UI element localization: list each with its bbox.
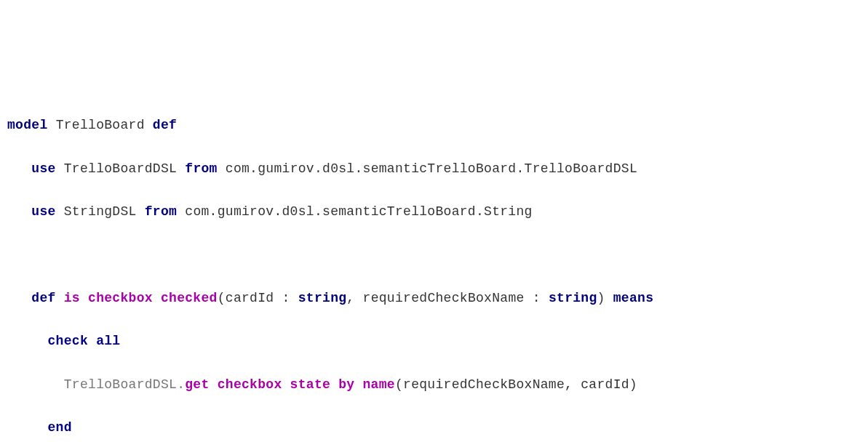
args-reqcard: (requiredCheckBoxName, cardId) bbox=[395, 377, 637, 392]
line-7: TrelloBoardDSL.get checkbox state by nam… bbox=[7, 374, 861, 396]
id-stringdsl: StringDSL bbox=[64, 204, 137, 219]
id-trelloboard: TrelloBoard bbox=[56, 118, 145, 132]
kw-from: from bbox=[185, 161, 217, 176]
param-reqcheckbox: requiredCheckBoxName bbox=[363, 291, 525, 305]
line-5: def is checkbox checked(cardId : string,… bbox=[7, 288, 861, 310]
line-8: end bbox=[7, 417, 861, 439]
kw-end: end bbox=[48, 420, 72, 435]
id-trelloboarddsl: TrelloBoardDSL bbox=[64, 161, 177, 176]
line-1: model TrelloBoard def bbox=[7, 115, 861, 137]
param-cardid: cardId bbox=[226, 291, 274, 305]
line-6: check all bbox=[7, 331, 861, 353]
line-blank bbox=[7, 245, 861, 267]
cls-trelloboarddsl: TrelloBoardDSL bbox=[64, 377, 177, 392]
kw-from: from bbox=[145, 204, 177, 219]
pkg-stringdsl: com.gumirov.d0sl.semanticTrelloBoard.Str… bbox=[185, 204, 532, 219]
method-getcheckbox: get checkbox state by name bbox=[185, 377, 395, 392]
line-2: use TrelloBoardDSL from com.gumirov.d0sl… bbox=[7, 158, 861, 180]
kw-means: means bbox=[613, 291, 654, 305]
pkg-trellodsl: com.gumirov.d0sl.semanticTrelloBoard.Tre… bbox=[226, 161, 637, 176]
kw-def: def bbox=[153, 118, 177, 132]
kw-model: model bbox=[7, 118, 48, 132]
fn-ischeckbox: is checkbox checked bbox=[64, 291, 218, 305]
kw-checkall: check all bbox=[48, 334, 121, 348]
kw-use: use bbox=[31, 204, 55, 219]
line-3: use StringDSL from com.gumirov.d0sl.sema… bbox=[7, 201, 861, 223]
kw-string: string bbox=[549, 291, 597, 305]
code-block: model TrelloBoard def use TrelloBoardDSL… bbox=[7, 94, 861, 442]
kw-string: string bbox=[298, 291, 347, 305]
kw-def: def bbox=[31, 291, 55, 305]
kw-use: use bbox=[31, 161, 55, 176]
